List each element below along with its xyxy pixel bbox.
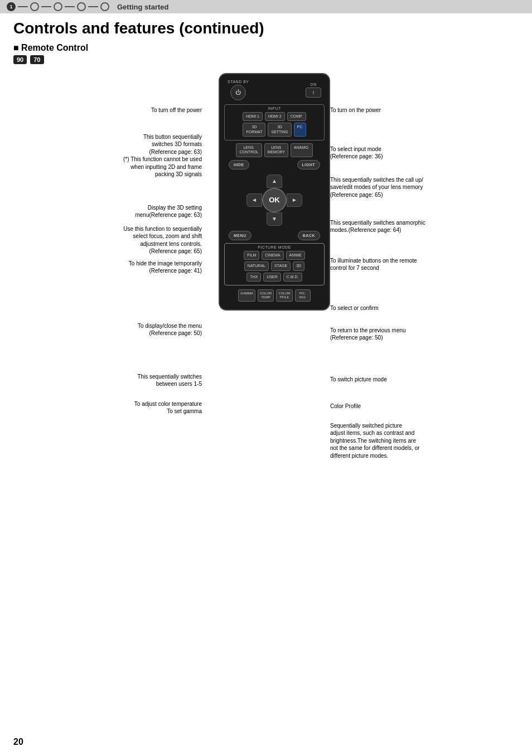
- pic-adj-button[interactable]: PIC. ADJ.: [295, 289, 311, 302]
- step-line-4: [88, 6, 98, 7]
- section-title: ■ Remote Control: [13, 43, 519, 53]
- 3d-button[interactable]: 3D: [293, 261, 304, 270]
- color-temp-button[interactable]: COLOR TEMP: [258, 289, 274, 302]
- right-annotations: To turn on the power To select input mod…: [330, 73, 475, 311]
- anime-button[interactable]: ANIME: [286, 251, 305, 260]
- hide-light-row: HIDE LIGHT: [224, 160, 325, 169]
- lens-memory-button[interactable]: LENS MEMORY: [264, 143, 288, 157]
- gamma-button[interactable]: GAMMA: [238, 289, 255, 302]
- menu-back-row: MENU BACK: [224, 231, 325, 240]
- left-annotations: To turn off the power This button sequen…: [57, 73, 202, 311]
- picture-mode-section: PICTURE MODE FILM CINEMA ANIME NATURAL S…: [224, 243, 325, 285]
- step-5: [100, 2, 109, 11]
- remote-wrapper: STAND BY ⏻ ON I INPUT HDMI 1 HDMI 2 COMP…: [219, 73, 330, 311]
- step-line-2: [41, 6, 51, 7]
- on-section: ON I: [306, 83, 321, 98]
- ann-color-profile: Color Profile: [330, 403, 464, 410]
- natural-button[interactable]: NATURAL: [244, 261, 269, 270]
- picture-mode-label: PICTURE MODE: [227, 245, 322, 249]
- ann-users: This sequentially switches between users…: [85, 373, 202, 388]
- picture-mode-row2: NATURAL STAGE 3D: [227, 261, 322, 270]
- step-indicators: 1: [7, 2, 109, 11]
- dpad-container: ▲ ◄ OK ► ▼: [246, 175, 302, 226]
- dpad-right-button[interactable]: ►: [287, 193, 302, 207]
- dpad-top-row: ▲: [267, 175, 282, 188]
- standby-section: STAND BY ⏻: [228, 80, 249, 100]
- dpad-middle-row: ◄ OK ►: [246, 188, 302, 212]
- setting-3d-button[interactable]: 3D SETTING: [268, 123, 291, 137]
- badge-90: 90: [13, 55, 27, 64]
- step-2: [30, 2, 39, 11]
- dpad-down-button[interactable]: ▼: [267, 212, 282, 226]
- step-3: [54, 2, 62, 11]
- step-1: 1: [7, 2, 16, 11]
- picture-mode-row3: THX USER C.M.D.: [227, 273, 322, 282]
- on-button[interactable]: I: [306, 88, 321, 98]
- lens-row: LENS. CONTROL LENS MEMORY ANAMO.: [224, 143, 325, 157]
- dpad-up-button[interactable]: ▲: [267, 175, 282, 188]
- top-bar-title: Getting started: [117, 3, 168, 11]
- film-button[interactable]: FILM: [244, 251, 259, 260]
- ann-previous-menu: To return to the previous menu (Referenc…: [330, 327, 464, 342]
- badge-row: 90 70: [13, 55, 519, 64]
- stage-button[interactable]: STAGE: [271, 261, 291, 270]
- standby-label: STAND BY: [228, 80, 249, 84]
- ann-hide: To hide the image temporarily (Reference…: [79, 260, 202, 275]
- ann-3d-setting: Display the 3D setting menu(Reference pa…: [79, 204, 202, 219]
- badge-70: 70: [30, 55, 43, 64]
- ann-turn-off: To turn off the power: [79, 106, 202, 114]
- ann-input-mode: To select input mode (Reference page: 36…: [330, 146, 464, 161]
- cmd-button[interactable]: C.M.D.: [283, 273, 302, 282]
- back-button[interactable]: BACK: [298, 231, 320, 240]
- step-line-3: [65, 6, 75, 7]
- ann-color-gamma: To adjust color temperature To set gamma: [85, 400, 202, 415]
- picture-mode-row1: FILM CINEMA ANIME: [227, 251, 322, 260]
- hide-button[interactable]: HIDE: [229, 160, 249, 169]
- color-pfile-button[interactable]: COLOR PFILE: [276, 289, 292, 302]
- step-4: [77, 2, 86, 11]
- ann-illuminate: To illuminate buttons on the remote cont…: [330, 257, 464, 272]
- dpad-bottom-row: ▼: [267, 212, 282, 226]
- page-number: 20: [13, 737, 23, 747]
- hdmi2-button[interactable]: HDMI 2: [265, 112, 285, 121]
- ok-button[interactable]: OK: [262, 188, 287, 212]
- ann-anamorphic: This sequentially switches anamorphic mo…: [330, 219, 470, 234]
- top-bar: 1 Getting started: [0, 0, 532, 13]
- format-3d-button[interactable]: 3D FORMAT: [243, 123, 265, 137]
- standby-on-row: STAND BY ⏻ ON I: [224, 80, 325, 100]
- input-section: INPUT HDMI 1 HDMI 2 COMP. 3D FORMAT 3D S…: [224, 104, 325, 140]
- on-label: ON: [310, 83, 317, 86]
- remote-control: STAND BY ⏻ ON I INPUT HDMI 1 HDMI 2 COMP…: [219, 73, 330, 311]
- format-row: 3D FORMAT 3D SETTING PC: [227, 123, 322, 137]
- page-content: Controls and features (continued) ■ Remo…: [0, 13, 532, 317]
- light-button[interactable]: LIGHT: [297, 160, 321, 169]
- cinema-button[interactable]: CINEMA: [262, 251, 283, 260]
- hdmi1-button[interactable]: HDMI 1: [243, 112, 263, 121]
- menu-button[interactable]: MENU: [229, 231, 252, 240]
- comp-button[interactable]: COMP.: [287, 112, 306, 121]
- thx-button[interactable]: THX: [246, 273, 261, 282]
- hdmi-row: HDMI 1 HDMI 2 COMP.: [227, 112, 322, 121]
- ann-menu: To display/close the menu (Reference pag…: [79, 322, 202, 337]
- ann-switch-picture: To switch picture mode: [330, 376, 464, 384]
- ann-lens-memory: This sequentially switches the call up/ …: [330, 176, 470, 199]
- ann-3d-switches: This button sequentially switches 3D for…: [74, 133, 202, 178]
- page-title: Controls and features (continued): [13, 20, 519, 37]
- ann-pic-adjust: Sequentially switched picture adjust ite…: [330, 422, 470, 460]
- ann-lens-control: Use this function to sequentially select…: [74, 225, 202, 255]
- diagram-area: To turn off the power This button sequen…: [13, 73, 519, 311]
- input-label: INPUT: [227, 106, 322, 110]
- anamo-button[interactable]: ANAMO.: [291, 143, 313, 157]
- ann-select-confirm: To select or confirm: [330, 304, 464, 312]
- dpad-left-button[interactable]: ◄: [246, 193, 262, 207]
- pc-button[interactable]: PC: [294, 123, 306, 137]
- ann-turn-on: To turn on the power: [330, 106, 464, 114]
- standby-button[interactable]: ⏻: [230, 85, 246, 100]
- bottom-buttons-row: GAMMA COLOR TEMP COLOR PFILE PIC. ADJ.: [224, 289, 325, 302]
- lens-control-button[interactable]: LENS. CONTROL: [236, 143, 262, 157]
- step-line-1: [18, 6, 28, 7]
- user-button[interactable]: USER: [263, 273, 280, 282]
